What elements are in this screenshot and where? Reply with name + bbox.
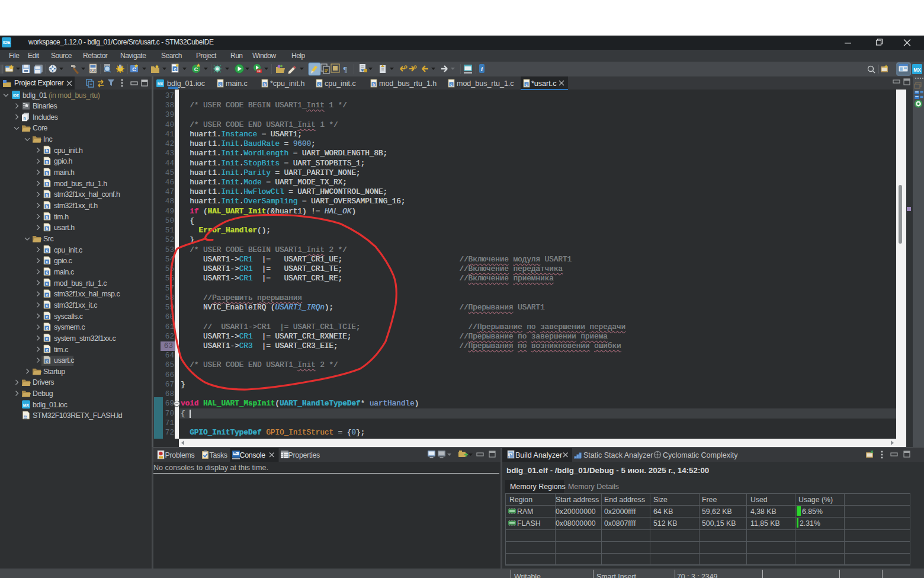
svg-text:*usart.c: *usart.c <box>531 79 556 88</box>
svg-text:h: h <box>373 82 375 87</box>
svg-text:Static Stack Analyzer: Static Stack Analyzer <box>583 451 653 459</box>
svg-text:c: c <box>46 315 48 319</box>
svg-text:h: h <box>46 205 48 209</box>
svg-text:C: C <box>132 66 136 72</box>
svg-text:Cyclomatic Complexity: Cyclomatic Complexity <box>663 451 738 459</box>
svg-text:mod_bus_rtu_1.h: mod_bus_rtu_1.h <box>379 79 437 88</box>
svg-text:¶: ¶ <box>343 65 347 74</box>
svg-text:c: c <box>318 82 320 87</box>
svg-text:c: c <box>46 348 48 352</box>
svg-text:c: c <box>525 82 528 87</box>
svg-text:MX: MX <box>23 403 30 407</box>
svg-text:h: h <box>23 116 25 121</box>
svg-text:LD: LD <box>24 416 28 419</box>
svg-text:c: c <box>46 248 48 253</box>
svg-text:c: c <box>46 304 48 308</box>
svg-text:h: h <box>46 160 48 164</box>
svg-text:010: 010 <box>90 68 97 72</box>
svg-text:MX: MX <box>913 67 921 73</box>
svg-text:IDE: IDE <box>13 94 19 97</box>
svg-text:h: h <box>46 171 48 175</box>
svg-text:h: h <box>264 82 266 87</box>
svg-text:h: h <box>46 149 48 153</box>
svg-text:c: c <box>174 66 176 72</box>
svg-text:*cpu_init.h: *cpu_init.h <box>270 79 304 88</box>
svg-text:c: c <box>46 337 48 341</box>
svg-text:c: c <box>46 282 48 286</box>
svg-text:main.c: main.c <box>226 79 248 88</box>
svg-text:c: c <box>219 82 222 87</box>
svg-text:mod_bus_rtu_1.c: mod_bus_rtu_1.c <box>457 79 514 88</box>
svg-text:h: h <box>46 193 48 197</box>
svg-text:h: h <box>46 182 48 186</box>
svg-text:Build Analyzer: Build Analyzer <box>515 451 562 459</box>
svg-text:c: c <box>46 326 48 330</box>
svg-text:c: c <box>46 293 48 297</box>
svg-text:c: c <box>46 260 48 264</box>
svg-text:C: C <box>194 66 198 72</box>
svg-text:c: c <box>450 82 453 87</box>
svg-text:MX: MX <box>158 82 163 86</box>
svg-text:c: c <box>46 270 48 274</box>
svg-text:cpu_init.c: cpu_init.c <box>325 79 356 88</box>
svg-text:h: h <box>46 215 48 219</box>
svg-text:h: h <box>46 226 48 231</box>
